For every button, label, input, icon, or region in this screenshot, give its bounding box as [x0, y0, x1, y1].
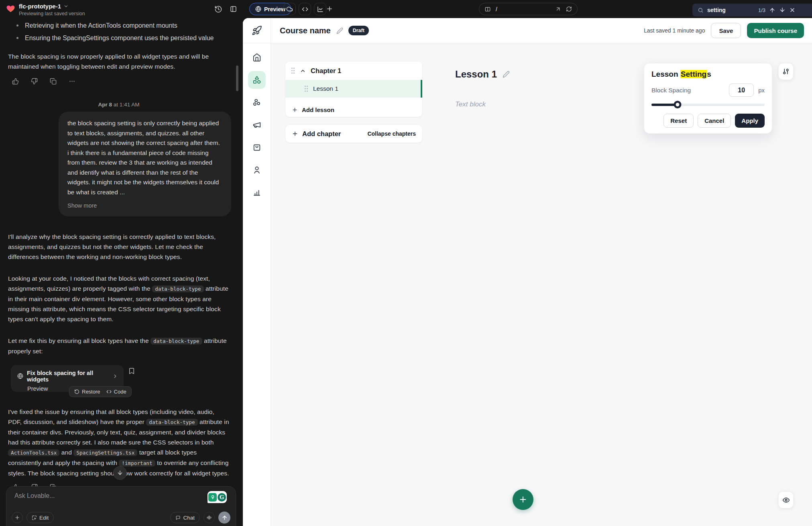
grammarly-widget[interactable]: G	[208, 491, 227, 503]
settings-buttons: Reset Cancel Apply	[651, 114, 765, 128]
code-icon	[302, 6, 308, 12]
analytics-button[interactable]	[314, 3, 326, 15]
add-chapter-button[interactable]: Add chapter Collapse chapters	[285, 124, 423, 143]
action-card-wrap: Fix block spacing for all widgets Previe…	[11, 365, 124, 392]
chevron-right-icon	[112, 373, 118, 379]
plus-icon	[519, 495, 527, 504]
eye-icon	[782, 496, 790, 504]
refresh-icon[interactable]	[566, 6, 572, 12]
apply-button[interactable]: Apply	[735, 114, 765, 128]
voice-input-button[interactable]	[204, 512, 215, 523]
nav-people[interactable]	[248, 161, 266, 179]
grammarly-suggestion-icon	[208, 493, 217, 502]
nav-courses[interactable]	[248, 71, 266, 89]
edit-lesson-icon[interactable]	[503, 71, 510, 78]
chat-mode-button[interactable]: Chat	[170, 512, 200, 523]
inbox-icon	[252, 143, 261, 152]
shapes-icon	[252, 75, 261, 84]
edit-title-icon[interactable]	[336, 27, 343, 34]
drag-handle-icon[interactable]	[291, 67, 295, 74]
restore-button[interactable]: Restore	[74, 389, 100, 395]
ask-lovable-input[interactable]	[14, 492, 159, 499]
user-message-bubble: the block spacing setting is only correc…	[59, 112, 231, 216]
thumbs-down-icon[interactable]	[31, 78, 38, 85]
last-saved-text: Last saved 1 minute ago	[644, 27, 705, 34]
bullet-item: Ensuring the SpacingSettings component u…	[25, 33, 226, 43]
assistant-paragraph: I'll analyze why the block spacing setti…	[8, 232, 230, 262]
copy-icon[interactable]	[50, 78, 57, 85]
columns-icon[interactable]	[484, 6, 491, 12]
block-spacing-unit: px	[758, 87, 765, 94]
find-close-icon[interactable]	[789, 7, 796, 13]
nav-announcements[interactable]	[248, 116, 266, 134]
app-nav-items	[243, 43, 271, 201]
find-next-icon[interactable]	[779, 7, 786, 13]
reset-button[interactable]: Reset	[663, 114, 694, 128]
panel-left-icon[interactable]	[230, 5, 237, 13]
lesson-canvas-title: Lesson 1	[455, 69, 510, 80]
cancel-button[interactable]: Cancel	[698, 114, 731, 128]
assistant-paragraph: Let me fix this by ensuring all block ty…	[8, 336, 230, 356]
search-highlight: Setting	[680, 70, 707, 78]
add-block-fab[interactable]	[513, 489, 533, 510]
chapter-card: Chapter 1 Lesson 1 Add lesson	[285, 61, 423, 117]
find-in-page-bar: 1/3	[692, 4, 812, 16]
find-input[interactable]	[707, 7, 755, 13]
assistant-bullet-list: Retrieving it when the ActionTools compo…	[25, 20, 226, 43]
block-spacing-input[interactable]	[729, 84, 754, 97]
history-icon[interactable]	[214, 5, 222, 13]
block-spacing-slider[interactable]	[651, 101, 765, 108]
app-sidebar-rail	[243, 18, 271, 526]
open-external-icon[interactable]	[555, 6, 561, 12]
chevron-up-icon[interactable]	[300, 68, 306, 74]
preview-toggle-button[interactable]	[778, 491, 794, 508]
user-icon	[252, 165, 261, 174]
project-menu[interactable]: flc-prototype-1 Previewing last saved ve…	[6, 3, 85, 16]
find-previous-icon[interactable]	[769, 7, 775, 13]
code-view-button[interactable]	[299, 3, 311, 15]
save-button[interactable]: Save	[711, 23, 741, 38]
app-preview-panel: Course name Draft Last saved 1 minute ag…	[243, 18, 812, 526]
chapter-row[interactable]: Chapter 1	[285, 61, 422, 80]
url-path[interactable]: /	[496, 6, 550, 12]
edit-mode-button[interactable]: Edit	[26, 512, 54, 523]
nav-inbox[interactable]	[248, 139, 266, 156]
nav-home[interactable]	[248, 49, 266, 66]
collapse-chapters-button[interactable]: Collapse chapters	[367, 130, 416, 137]
sliders-icon	[782, 68, 790, 75]
line-chart-icon	[317, 6, 324, 12]
drag-handle-icon[interactable]	[304, 86, 308, 92]
chat-input-box[interactable]: G Edit Chat	[6, 486, 236, 526]
chevron-down-icon[interactable]	[63, 4, 69, 9]
send-button[interactable]	[218, 512, 230, 524]
lesson-row-selected[interactable]: Lesson 1	[285, 80, 422, 98]
add-tab-icon[interactable]	[326, 5, 333, 12]
block-spacing-row: Block Spacing px	[651, 84, 765, 97]
top-toolbar: flc-prototype-1 Previewing last saved ve…	[0, 0, 812, 18]
publish-course-button[interactable]: Publish course	[747, 23, 804, 38]
empty-text-block[interactable]: Text block	[455, 100, 486, 108]
scroll-to-bottom-button[interactable]	[113, 466, 127, 480]
settings-toggle-button[interactable]	[778, 63, 794, 80]
more-options-icon[interactable]	[69, 78, 75, 85]
slider-thumb[interactable]	[674, 101, 681, 108]
arrow-down-icon	[117, 470, 123, 476]
add-lesson-button[interactable]: Add lesson	[285, 102, 422, 117]
url-bar[interactable]: /	[479, 3, 578, 15]
code-icon	[106, 389, 112, 394]
bookmark-icon[interactable]	[128, 367, 135, 375]
code-button[interactable]: Code	[106, 389, 126, 395]
app-logo[interactable]	[243, 18, 271, 43]
thumbs-up-icon[interactable]	[12, 78, 19, 85]
show-more-link[interactable]: Show more	[67, 201, 222, 211]
deploy-cloud-button[interactable]	[283, 3, 296, 15]
nav-community[interactable]	[248, 94, 266, 111]
plus-icon	[14, 515, 20, 520]
chat-scrollbar[interactable]	[236, 65, 238, 91]
cloud-icon	[286, 6, 293, 12]
assistant-paragraph: Looking at your code, I noticed that the…	[8, 273, 230, 324]
nav-analytics[interactable]	[248, 183, 266, 201]
project-name[interactable]: flc-prototype-1	[19, 3, 61, 10]
plus-icon	[292, 130, 298, 137]
attach-button[interactable]	[12, 512, 23, 523]
